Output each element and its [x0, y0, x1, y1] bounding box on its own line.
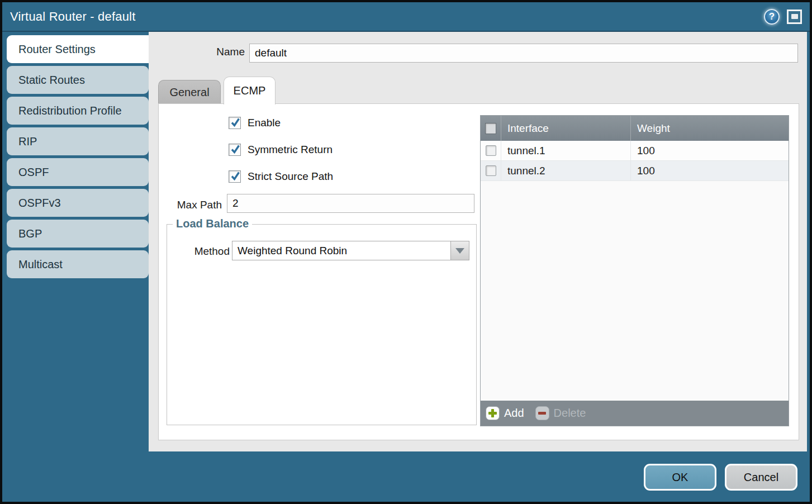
cell-weight: 100: [631, 141, 789, 160]
method-select-value: Weighted Round Robin: [232, 241, 450, 260]
popout-inner-rect: [791, 14, 798, 19]
sidebar-item-static-routes[interactable]: Static Routes: [7, 66, 149, 94]
titlebar-icons: ?: [764, 9, 802, 25]
popout-window-icon[interactable]: [787, 9, 802, 24]
max-path-input[interactable]: [227, 194, 474, 213]
name-input[interactable]: [249, 44, 798, 63]
sidebar-item-rip[interactable]: RIP: [7, 127, 149, 155]
load-balance-fieldset: Load Balance Method Weighted Round Robin: [167, 224, 477, 425]
content-area: Name General ECMP EnableSymmetric Return…: [149, 32, 807, 451]
symmetric-return-checkbox[interactable]: [229, 144, 241, 156]
sidebar-item-redistribution-profile[interactable]: Redistribution Profile: [7, 97, 149, 125]
chevron-down-icon: [455, 248, 464, 254]
column-header-interface: Interface: [501, 116, 631, 141]
help-icon[interactable]: ?: [764, 9, 780, 25]
ok-button[interactable]: OK: [644, 464, 716, 491]
delete-button[interactable]: Delete: [535, 406, 586, 420]
interface-table-header: Interface Weight: [481, 116, 789, 141]
checkbox-label: Enable: [248, 117, 281, 129]
virtual-router-dialog: Virtual Router - default ? Router Settin…: [0, 0, 812, 504]
checkbox-label: Symmetric Return: [248, 144, 333, 156]
checkbox-row: Strict Source Path: [229, 169, 333, 184]
add-plus-icon: [486, 406, 500, 420]
titlebar: Virtual Router - default ?: [2, 2, 810, 32]
delete-minus-icon: [535, 406, 549, 420]
table-row[interactable]: tunnel.1100: [481, 141, 789, 161]
interface-table-empty-space: [481, 181, 789, 401]
sidebar: Router SettingsStatic RoutesRedistributi…: [7, 35, 149, 281]
checkbox-label: Strict Source Path: [248, 170, 333, 183]
interface-table: Interface Weight tunnel.1100tunnel.2100 …: [480, 115, 789, 426]
ecmp-checkbox-list: EnableSymmetric ReturnStrict Source Path: [229, 116, 333, 196]
table-row[interactable]: tunnel.2100: [481, 161, 789, 181]
checkbox-row: Symmetric Return: [229, 142, 333, 157]
sidebar-item-ospf[interactable]: OSPF: [7, 158, 149, 186]
name-label: Name: [205, 46, 245, 58]
sidebar-item-router-settings[interactable]: Router Settings: [7, 35, 156, 63]
sidebar-item-ospfv3[interactable]: OSPFv3: [7, 189, 149, 217]
cancel-button[interactable]: Cancel: [725, 464, 797, 491]
checkbox-row: Enable: [229, 116, 333, 130]
tab-ecmp[interactable]: ECMP: [224, 77, 276, 104]
method-dropdown-button[interactable]: [450, 241, 469, 260]
select-all-checkbox[interactable]: [485, 123, 496, 134]
cell-interface: tunnel.1: [501, 141, 631, 160]
load-balance-legend: Load Balance: [173, 217, 252, 230]
add-button[interactable]: Add: [486, 406, 524, 420]
dialog-title: Virtual Router - default: [10, 9, 136, 24]
sidebar-item-bgp[interactable]: BGP: [7, 220, 149, 248]
tab-general[interactable]: General: [158, 80, 221, 104]
interface-table-body: tunnel.1100tunnel.2100: [481, 141, 789, 181]
max-path-label: Max Path: [173, 199, 222, 211]
sidebar-item-multicast[interactable]: Multicast: [7, 250, 149, 278]
strict-source-path-checkbox[interactable]: [229, 170, 241, 183]
method-select[interactable]: Weighted Round Robin: [232, 241, 469, 260]
row-checkbox[interactable]: [486, 165, 496, 176]
row-checkbox[interactable]: [486, 145, 496, 156]
interface-table-toolbar: Add Delete: [481, 401, 789, 426]
column-header-weight: Weight: [631, 116, 789, 141]
cell-interface: tunnel.2: [501, 161, 631, 180]
enable-checkbox[interactable]: [229, 117, 241, 129]
method-label: Method: [178, 245, 230, 258]
cell-weight: 100: [631, 161, 789, 180]
ecmp-tab-panel: EnableSymmetric ReturnStrict Source Path…: [158, 103, 799, 440]
